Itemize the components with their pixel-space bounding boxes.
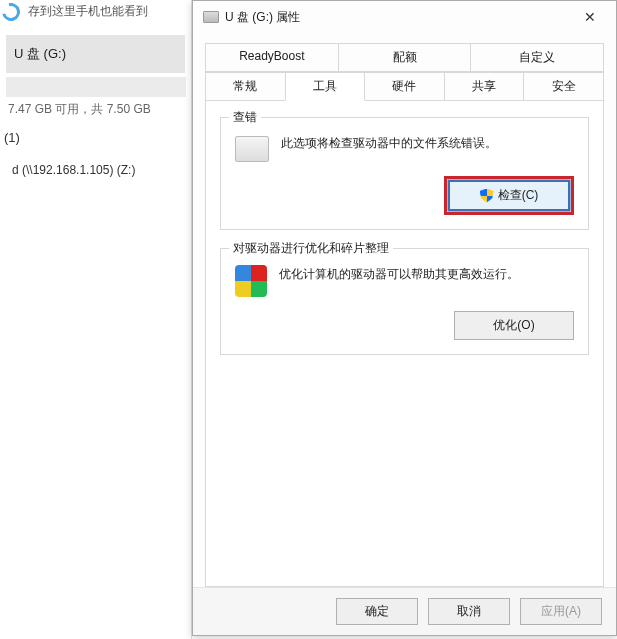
error-check-body: 此选项将检查驱动器中的文件系统错误。 [235,134,574,162]
tab-panel-tools: 查错 此选项将检查驱动器中的文件系统错误。 检查(C) 对驱动器进行优化和碎片整… [205,101,604,587]
groupbox-error-check: 查错 此选项将检查驱动器中的文件系统错误。 检查(C) [220,117,589,230]
check-button-label: 检查(C) [498,187,539,204]
sidebar-drive-space: 7.47 GB 可用，共 7.50 GB [0,99,191,120]
dialog-title: U 盘 (G:) 属性 [225,9,568,26]
dialog-button-row: 确定 取消 应用(A) [193,587,616,635]
tab-tools[interactable]: 工具 [285,72,366,101]
groupbox-error-check-title: 查错 [229,109,261,126]
apply-button[interactable]: 应用(A) [520,598,602,625]
defrag-icon [235,265,267,297]
defrag-desc: 优化计算机的驱动器可以帮助其更高效运行。 [279,265,519,284]
tab-sharing[interactable]: 共享 [444,72,525,101]
check-button-highlight: 检查(C) [444,176,574,215]
sidebar-pane: 存到这里手机也能看到 U 盘 (G:) 7.47 GB 可用，共 7.50 GB… [0,0,192,639]
sync-icon [0,0,23,23]
cancel-button[interactable]: 取消 [428,598,510,625]
uac-shield-icon [480,189,494,203]
titlebar: U 盘 (G:) 属性 ✕ [193,1,616,33]
groupbox-defrag: 对驱动器进行优化和碎片整理 优化计算机的驱动器可以帮助其更高效运行。 优化(O) [220,248,589,355]
tab-custom[interactable]: 自定义 [470,43,604,72]
ok-button[interactable]: 确定 [336,598,418,625]
error-check-desc: 此选项将检查驱动器中的文件系统错误。 [281,134,497,153]
top-hint-text: 存到这里手机也能看到 [22,1,154,22]
sidebar-drive-selected[interactable]: U 盘 (G:) [6,35,185,73]
tabs-container: ReadyBoost 配额 自定义 常规 工具 硬件 共享 安全 [193,33,616,101]
drive-illustration-icon [235,136,269,162]
tabs-row-1: ReadyBoost 配额 自定义 [205,43,604,72]
cancel-button-label: 取消 [457,604,481,618]
tab-security[interactable]: 安全 [523,72,604,101]
defrag-body: 优化计算机的驱动器可以帮助其更高效运行。 [235,265,574,297]
tabs-row-2: 常规 工具 硬件 共享 安全 [205,72,604,101]
optimize-button-label: 优化(O) [493,318,534,332]
tab-hardware[interactable]: 硬件 [364,72,445,101]
top-hint-row: 存到这里手机也能看到 [0,0,191,23]
properties-dialog: U 盘 (G:) 属性 ✕ ReadyBoost 配额 自定义 常规 工具 硬件… [192,0,617,636]
close-button[interactable]: ✕ [568,3,612,31]
optimize-button[interactable]: 优化(O) [454,311,574,340]
tab-general[interactable]: 常规 [205,72,286,101]
section-count: (1) [0,120,191,155]
sidebar-drive-bar [6,77,186,97]
tab-readyboost[interactable]: ReadyBoost [205,43,339,72]
ok-button-label: 确定 [365,604,389,618]
sidebar-drive-name: U 盘 (G:) [14,45,177,63]
groupbox-defrag-title: 对驱动器进行优化和碎片整理 [229,240,393,257]
disconnected-icon: ✕ [0,185,220,207]
check-button[interactable]: 检查(C) [449,181,569,210]
tab-quota[interactable]: 配额 [338,43,472,72]
sidebar-network-drive[interactable]: d (\\192.168.1.105) (Z:) [0,155,191,185]
apply-button-label: 应用(A) [541,604,581,618]
drive-icon [203,11,219,23]
